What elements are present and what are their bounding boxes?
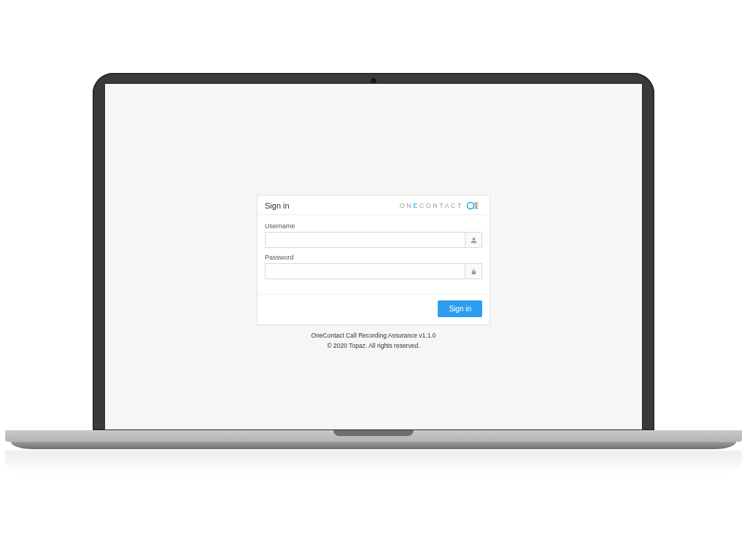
laptop-notch [333,430,414,436]
panel-title: Sign in [265,201,290,210]
copyright-text: © 2020 Topaz. All rights reserved. [311,341,436,351]
username-input[interactable] [265,232,465,248]
laptop-mockup: Sign in ONECONTACT [93,73,654,560]
laptop-base-top [5,430,742,442]
user-icon [465,232,482,248]
password-input[interactable] [265,263,465,279]
footer-meta: OneContact Call Recording Assurance v1.1… [311,331,436,351]
password-field-group: Password [265,254,482,279]
laptop-lid: Sign in ONECONTACT [93,73,654,430]
brand-text: ONECONTACT [400,202,463,209]
panel-header: Sign in ONECONTACT [258,195,489,215]
password-input-group [265,263,482,279]
panel-footer: Sign in [258,294,489,324]
stage: Sign in ONECONTACT [0,0,747,560]
svg-point-0 [468,203,474,209]
brand-text-suffix: CONTACT [419,202,463,209]
brand-logo: ONECONTACT [400,201,482,210]
username-input-group [265,232,482,248]
panel-body: Username Password [258,215,489,294]
laptop-reflection [5,451,742,475]
username-field-group: Username [265,222,482,248]
lock-icon [465,263,482,279]
signin-button[interactable]: Sign in [438,300,482,317]
laptop-base-bottom [11,442,736,449]
password-label: Password [265,254,482,261]
laptop-base [5,430,742,449]
screen-viewport: Sign in ONECONTACT [104,83,643,430]
product-version: OneContact Call Recording Assurance v1.1… [311,331,436,341]
signin-panel: Sign in ONECONTACT [257,195,490,325]
brand-logo-mark-icon [466,201,482,210]
brand-text-accent: E [413,202,419,209]
brand-text-prefix: ON [400,202,414,209]
camera-dot [371,78,376,83]
username-label: Username [265,222,482,230]
